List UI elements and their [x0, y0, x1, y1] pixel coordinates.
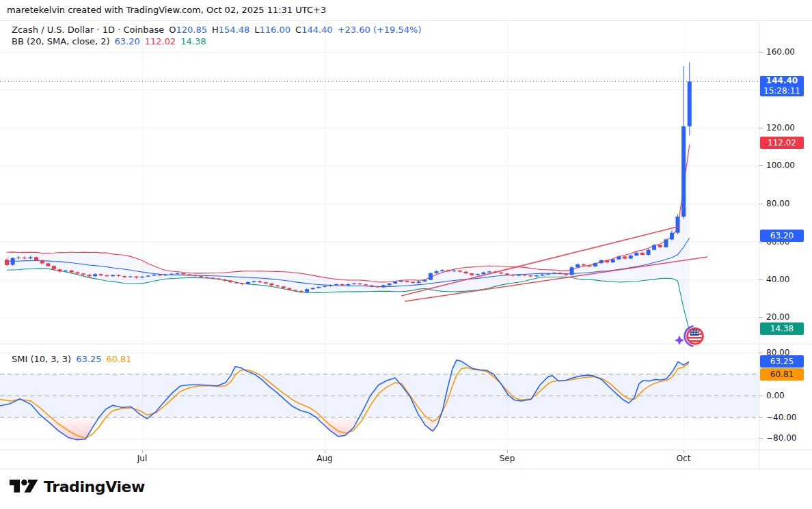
time-tick-oct: Oct: [677, 454, 691, 463]
price-tick-80: 80.00: [766, 199, 789, 208]
countdown-timer: 15:28:11: [760, 86, 804, 96]
high-value: 154.48: [219, 25, 250, 35]
bb-lower-value: 14.38: [180, 36, 206, 46]
smi-tick-0: 0.00: [766, 391, 785, 400]
tradingview-logo-icon: [10, 478, 38, 495]
bb-upper-badge: 112.02: [760, 137, 804, 149]
tradingview-logo-text: TradingView: [44, 478, 145, 495]
price-tick-40: 40.00: [766, 275, 789, 284]
close-value: 144.40: [301, 25, 333, 35]
open-value: 120.85: [176, 25, 208, 35]
symbol-legend[interactable]: Zcash / U.S. Dollar · 1D · CoinbaseO120.…: [12, 25, 422, 48]
bb-upper-value: 112.02: [145, 36, 176, 46]
smi-legend[interactable]: SMI (10, 3, 3)63.2560.81: [12, 354, 132, 364]
smi-slow-value: 60.81: [106, 354, 131, 364]
tradingview-snapshot: maretekelvin created with TradingView.co…: [0, 0, 812, 509]
smi-fast-badge: 63.25: [760, 355, 804, 368]
symbol-title: Zcash / U.S. Dollar · 1D · Coinbase: [12, 25, 164, 35]
main-chart-canvas[interactable]: [0, 0, 812, 509]
tradingview-logo[interactable]: TradingView: [10, 478, 145, 495]
time-tick-aug: Aug: [316, 454, 332, 463]
high-label: H: [212, 25, 219, 35]
price-tick-120: 120.00: [766, 123, 795, 133]
bb-lower-badge: 14.38: [760, 322, 804, 335]
smi-tick-m80: −80.00: [766, 433, 796, 443]
low-value: 116.00: [260, 25, 291, 35]
open-label: O: [169, 25, 176, 35]
price-tick-160: 160.00: [766, 47, 795, 57]
bb-basis-badge: 63.20: [760, 230, 804, 242]
price-tick-20: 20.00: [766, 312, 789, 322]
smi-tick-m40: −40.00: [766, 413, 796, 422]
smi-slow-badge: 60.81: [760, 368, 804, 381]
price-tick-100: 100.00: [766, 161, 795, 170]
current-price-value: 144.40: [760, 76, 804, 86]
time-tick-sep: Sep: [500, 454, 515, 463]
symbol-legend-row1[interactable]: Zcash / U.S. Dollar · 1D · CoinbaseO120.…: [12, 25, 422, 35]
current-price-badge: 144.40 15:28:11: [760, 76, 804, 96]
bb-label: BB (20, SMA, close, 2): [12, 36, 110, 46]
bb-legend-row[interactable]: BB (20, SMA, close, 2)63.20112.0214.38: [12, 36, 422, 46]
low-label: L: [254, 25, 259, 35]
close-label: C: [295, 25, 301, 35]
bb-basis-value: 63.20: [115, 36, 140, 46]
time-axis[interactable]: [0, 450, 759, 469]
bb-fill: [7, 144, 690, 331]
change-value: +23.60 (+19.54%): [338, 25, 422, 35]
smi-fast-value: 63.25: [76, 354, 101, 364]
smi-label: SMI (10, 3, 3): [12, 354, 71, 364]
time-tick-jul: Jul: [137, 454, 147, 463]
